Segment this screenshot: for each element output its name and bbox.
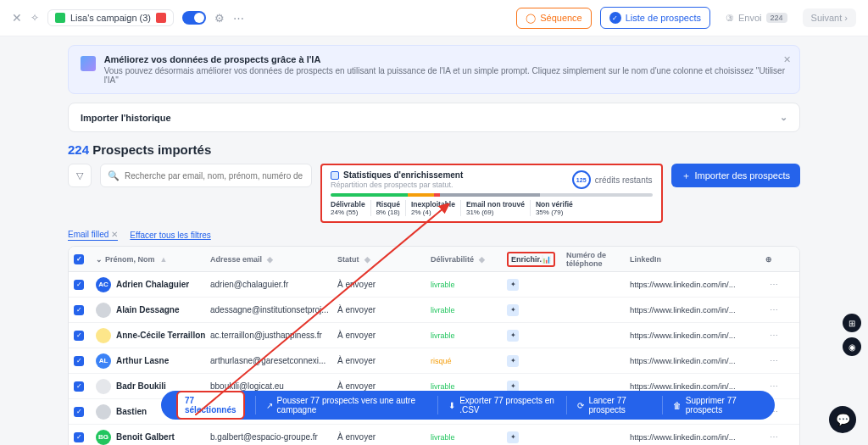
row-more-icon[interactable]: ⋯ <box>765 432 782 442</box>
cell-linkedin[interactable]: https://www.linkedin.com/in/... <box>630 381 765 391</box>
search-field[interactable] <box>125 171 304 181</box>
credits-ring-icon: 125 <box>572 170 591 189</box>
avatar <box>96 404 111 420</box>
cell-deliverability: livrable <box>431 382 507 391</box>
avatar <box>96 328 111 343</box>
row-checkbox[interactable]: ✓ <box>74 356 84 366</box>
row-checkbox[interactable]: ✓ <box>74 305 84 315</box>
campaign-name: Lisa's campaign (3) <box>70 13 151 23</box>
chat-fab[interactable]: 💬 <box>829 406 856 433</box>
cell-name[interactable]: BGBenoit Galbert <box>96 430 210 445</box>
cell-linkedin[interactable]: https://www.linkedin.com/in/... <box>630 432 765 442</box>
filter-icon[interactable]: ▽ <box>68 164 92 187</box>
row-checkbox[interactable]: ✓ <box>74 331 84 341</box>
campaign-toggle[interactable] <box>182 11 206 25</box>
ai-banner: Améliorez vos données de prospects grâce… <box>68 45 800 94</box>
avatar: BG <box>96 430 111 445</box>
push-to-campaign-button[interactable]: ↗ Pousser 77 prospects vers une autre ca… <box>255 396 438 414</box>
enrich-icon[interactable]: ✦ <box>507 279 519 291</box>
row-more-icon[interactable]: ⋯ <box>765 280 782 289</box>
row-checkbox[interactable]: ✓ <box>74 432 84 442</box>
legend-item: Délivrable24% (55) <box>331 200 370 216</box>
row-more-icon[interactable]: ⋯ <box>765 381 782 391</box>
cell-linkedin[interactable]: https://www.linkedin.com/in/... <box>630 305 765 314</box>
enrich-icon[interactable]: ✦ <box>507 355 519 367</box>
cell-email: b.galbert@espacio-groupe.fr <box>210 432 337 442</box>
row-more-icon[interactable]: ⋯ <box>765 305 782 314</box>
col-add[interactable]: ⊕ <box>765 255 782 264</box>
import-history-accordion[interactable]: Importer l'historique ⌄ <box>68 103 800 132</box>
close-icon[interactable]: ✕ <box>12 11 22 25</box>
cell-name[interactable]: Anne-Cécile Terraillon <box>96 328 210 343</box>
enrich-icon[interactable]: ✦ <box>507 304 519 316</box>
stats-checkbox-icon <box>331 171 339 180</box>
row-more-icon[interactable]: ⋯ <box>765 331 782 340</box>
cell-deliverability: livrable <box>431 331 507 340</box>
magic-wand-icon[interactable]: ✧ <box>31 12 39 24</box>
campaign-badge-icon <box>156 13 166 23</box>
step-sequence[interactable]: ◯ Séquence <box>516 8 592 29</box>
gear-icon[interactable]: ⚙ <box>214 12 225 25</box>
import-prospects-button[interactable]: ＋ Importer des prospects <box>671 164 801 187</box>
avatar: AL <box>96 353 111 369</box>
cell-deliverability: livrable <box>431 281 507 289</box>
cell-deliverability: risqué <box>431 357 507 365</box>
campaign-color-icon <box>55 13 65 23</box>
cell-name[interactable]: Alain Dessagne <box>96 303 210 318</box>
export-csv-button[interactable]: ⬇ Exporter 77 prospects en .CSV <box>437 396 566 414</box>
step-prospect-list[interactable]: ✓Liste de prospects <box>600 7 710 29</box>
row-checkbox[interactable]: ✓ <box>74 381 84 392</box>
table-row: ✓Anne-Cécile Terraillonac.terraillon@jus… <box>69 323 799 348</box>
search-input[interactable]: 🔍 <box>100 164 312 187</box>
step-send[interactable]: ③ Envoi 224 <box>719 8 794 28</box>
next-button[interactable]: Suivant › <box>803 8 856 27</box>
table-header: ✓ ⌄ Prénom, Nom▲ Adresse email◆ Statut◆ … <box>69 247 799 272</box>
col-linkedin[interactable]: LinkedIn <box>630 255 765 264</box>
cell-email: arthurlasne@garesetconnexi... <box>210 356 337 365</box>
banner-close-icon[interactable]: ✕ <box>783 54 791 65</box>
cell-deliverability: livrable <box>431 433 507 442</box>
select-all-checkbox[interactable]: ✓ <box>74 254 84 264</box>
bulk-action-bar: 77 sélectionnés ↗ Pousser 77 prospects v… <box>161 391 775 420</box>
col-enrich[interactable]: Enrichir.📊 <box>507 252 555 267</box>
row-checkbox[interactable]: ✓ <box>74 407 84 417</box>
table-row: ✓ACAdrien Chalaguieradrien@chalaguier.fr… <box>69 272 799 298</box>
table-row: ✓ALArthur Lasnearthurlasne@garesetconnex… <box>69 348 799 374</box>
float-eye-icon[interactable]: ◉ <box>843 337 861 356</box>
launch-button[interactable]: ⟳ Lancer 77 prospects <box>566 396 661 414</box>
row-checkbox[interactable]: ✓ <box>74 280 84 290</box>
cell-status: À envoyer <box>337 331 431 340</box>
delete-button[interactable]: 🗑 Supprimer 77 prospects <box>662 396 770 414</box>
campaign-chip[interactable]: Lisa's campaign (3) <box>47 9 174 26</box>
col-phone[interactable]: Numéro de téléphone <box>566 251 630 268</box>
filter-pill-email[interactable]: Email filled✕ <box>68 230 118 241</box>
cell-name[interactable]: ALArthur Lasne <box>96 353 210 369</box>
cell-status: À envoyer <box>337 356 431 365</box>
credits-remaining: 125 crédits restants <box>572 170 653 189</box>
legend-item: Risqué8% (18) <box>370 200 405 216</box>
cell-email: adrien@chalaguier.fr <box>210 280 337 289</box>
enrich-icon[interactable]: ✦ <box>507 431 519 443</box>
cell-linkedin[interactable]: https://www.linkedin.com/in/... <box>630 331 765 340</box>
row-more-icon[interactable]: ⋯ <box>765 356 782 365</box>
more-icon[interactable]: ⋯ <box>233 12 244 25</box>
cell-deliverability: livrable <box>431 306 507 314</box>
cell-name[interactable]: ACAdrien Chalaguier <box>96 277 210 292</box>
clear-filters-link[interactable]: Effacer tous les filtres <box>130 231 210 240</box>
search-icon: 🔍 <box>108 170 120 181</box>
float-grid-icon[interactable]: ⊞ <box>843 314 861 332</box>
remove-filter-icon[interactable]: ✕ <box>111 230 118 239</box>
cell-linkedin[interactable]: https://www.linkedin.com/in/... <box>630 280 765 289</box>
legend-item: Non vérifié35% (79) <box>530 200 578 216</box>
cell-linkedin[interactable]: https://www.linkedin.com/in/... <box>630 356 765 365</box>
cell-email: bboukili@logicat.eu <box>210 381 337 391</box>
legend-item: Inexploitable2% (4) <box>405 200 460 216</box>
check-icon: ✓ <box>609 12 621 24</box>
enrich-icon[interactable]: ✦ <box>507 330 519 342</box>
distribution-bar <box>331 193 653 197</box>
col-status[interactable]: Statut◆ <box>337 255 431 264</box>
col-email[interactable]: Adresse email◆ <box>210 255 337 264</box>
col-name[interactable]: ⌄ Prénom, Nom▲ <box>96 255 210 264</box>
legend-item: Email non trouvé31% (69) <box>460 200 530 216</box>
col-deliv[interactable]: Délivrabilité◆ <box>431 255 507 264</box>
